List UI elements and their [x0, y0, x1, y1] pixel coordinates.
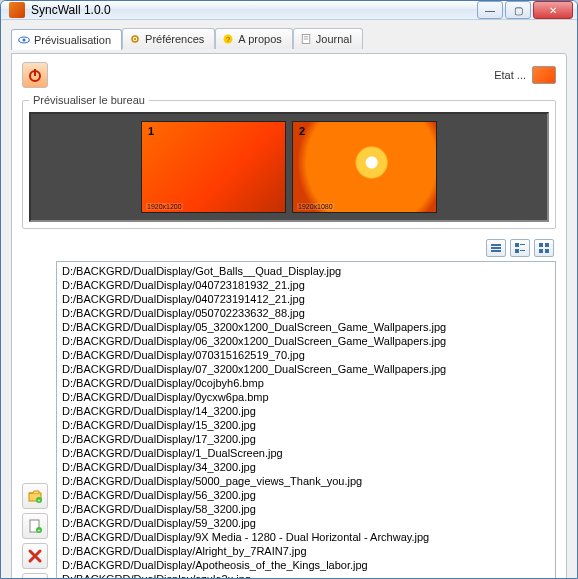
gear-icon	[129, 33, 141, 45]
view-mode-buttons	[22, 239, 554, 257]
preview-legend: Prévisualiser le bureau	[29, 94, 149, 106]
list-item[interactable]: D:/BACKGRD/DualDisplay/56_3200.jpg	[61, 488, 551, 502]
list-item[interactable]: D:/BACKGRD/DualDisplay/Apotheosis_of_the…	[61, 558, 551, 572]
tab-label: Prévisualisation	[34, 34, 111, 46]
tab-label: A propos	[238, 33, 281, 45]
tab-bar: Prévisualisation Préférences ? A propos …	[11, 28, 567, 49]
list-item[interactable]: D:/BACKGRD/DualDisplay/070315162519_70.j…	[61, 348, 551, 362]
tab-preferences[interactable]: Préférences	[122, 28, 215, 49]
tab-preview[interactable]: Prévisualisation	[11, 29, 122, 50]
tab-panel: Etat ... Prévisualiser le bureau 1 1920x…	[11, 53, 567, 579]
tab-journal[interactable]: Journal	[293, 28, 363, 49]
svg-rect-11	[491, 244, 501, 246]
list-item[interactable]: D:/BACKGRD/DualDisplay/9X Media - 1280 -…	[61, 530, 551, 544]
window-buttons: — ▢ ✕	[477, 1, 573, 19]
file-list-container: D:/BACKGRD/DualDisplay/Got_Balls__Quad_D…	[56, 261, 556, 579]
list-item[interactable]: D:/BACKGRD/DualDisplay/0ycxw6pa.bmp	[61, 390, 551, 404]
list-item[interactable]: D:/BACKGRD/DualDisplay/07_3200x1200_Dual…	[61, 362, 551, 376]
list-item[interactable]: D:/BACKGRD/DualDisplay/15_3200.jpg	[61, 418, 551, 432]
list-item[interactable]: D:/BACKGRD/DualDisplay/58_3200.jpg	[61, 502, 551, 516]
maximize-button[interactable]: ▢	[505, 1, 531, 19]
side-tools: + +	[22, 261, 50, 579]
screen-resolution: 1920x1080	[297, 203, 334, 210]
view-list-button[interactable]	[486, 239, 506, 257]
list-item[interactable]: D:/BACKGRD/DualDisplay/34_3200.jpg	[61, 460, 551, 474]
screen-number: 1	[148, 125, 154, 137]
add-file-button[interactable]: +	[22, 513, 48, 539]
app-icon	[9, 2, 25, 18]
power-icon	[27, 67, 43, 83]
screen-1[interactable]: 1 1920x1200	[141, 121, 286, 213]
list-item[interactable]: D:/BACKGRD/DualDisplay/1_DualScreen.jpg	[61, 446, 551, 460]
tab-about[interactable]: ? A propos	[215, 28, 292, 49]
client-area: Prévisualisation Préférences ? A propos …	[1, 20, 577, 579]
svg-rect-16	[515, 249, 519, 253]
main-row: + + D:/BACKGRD/DualDisplay/Got_Balls__Qu…	[22, 261, 556, 579]
desktop-preview[interactable]: 1 1920x1200 2 1920x1080	[29, 112, 549, 222]
list-item[interactable]: D:/BACKGRD/DualDisplay/06_3200x1200_Dual…	[61, 334, 551, 348]
minimize-button[interactable]: —	[477, 1, 503, 19]
svg-point-3	[134, 38, 136, 40]
svg-rect-20	[539, 249, 543, 253]
close-button[interactable]: ✕	[533, 1, 573, 19]
power-button[interactable]	[22, 62, 48, 88]
screen-2[interactable]: 2 1920x1080	[292, 121, 437, 213]
info-icon: ?	[222, 33, 234, 45]
svg-rect-12	[491, 247, 501, 249]
tab-label: Journal	[316, 33, 352, 45]
list-item[interactable]: D:/BACKGRD/DualDisplay/040723181932_21.j…	[61, 278, 551, 292]
svg-text:+: +	[38, 497, 41, 503]
list-item[interactable]: D:/BACKGRD/DualDisplay/050702233632_88.j…	[61, 306, 551, 320]
svg-rect-21	[545, 249, 549, 253]
tab-label: Préférences	[145, 33, 204, 45]
svg-text:+: +	[38, 527, 41, 533]
list-item[interactable]: D:/BACKGRD/DualDisplay/0cojbyh6.bmp	[61, 376, 551, 390]
list-item[interactable]: D:/BACKGRD/DualDisplay/05_3200x1200_Dual…	[61, 320, 551, 334]
state-thumb-icon	[532, 66, 556, 84]
svg-point-1	[23, 39, 26, 42]
remove-button[interactable]	[22, 543, 48, 569]
titlebar[interactable]: SyncWall 1.0.0 — ▢ ✕	[1, 1, 577, 20]
svg-rect-18	[539, 243, 543, 247]
list-item[interactable]: D:/BACKGRD/DualDisplay/17_3200.jpg	[61, 432, 551, 446]
list-item[interactable]: D:/BACKGRD/DualDisplay/Alright_by_7RAIN7…	[61, 544, 551, 558]
view-thumb-button[interactable]	[534, 239, 554, 257]
list-item[interactable]: D:/BACKGRD/DualDisplay/59_3200.jpg	[61, 516, 551, 530]
state-indicator: Etat ...	[494, 66, 556, 84]
svg-rect-17	[520, 250, 525, 251]
add-folder-button[interactable]: +	[22, 483, 48, 509]
list-item[interactable]: D:/BACKGRD/DualDisplay/azula2x.jpg	[61, 572, 551, 579]
list-item[interactable]: D:/BACKGRD/DualDisplay/5000_page_views_T…	[61, 474, 551, 488]
svg-rect-14	[515, 243, 519, 247]
app-window: SyncWall 1.0.0 — ▢ ✕ Prévisualisation Pr…	[0, 0, 578, 579]
svg-rect-15	[520, 244, 525, 245]
file-list[interactable]: D:/BACKGRD/DualDisplay/Got_Balls__Quad_D…	[57, 262, 555, 579]
view-detail-button[interactable]	[510, 239, 530, 257]
refresh-button[interactable]	[22, 573, 48, 579]
screen-number: 2	[299, 125, 305, 137]
svg-rect-19	[545, 243, 549, 247]
list-item[interactable]: D:/BACKGRD/DualDisplay/14_3200.jpg	[61, 404, 551, 418]
journal-icon	[300, 33, 312, 45]
top-row: Etat ...	[22, 62, 556, 88]
window-title: SyncWall 1.0.0	[31, 3, 477, 17]
list-item[interactable]: D:/BACKGRD/DualDisplay/040723191412_21.j…	[61, 292, 551, 306]
state-label: Etat ...	[494, 69, 526, 81]
eye-icon	[18, 34, 30, 46]
svg-text:?: ?	[226, 35, 230, 44]
preview-fieldset: Prévisualiser le bureau 1 1920x1200 2 19…	[22, 94, 556, 229]
list-item[interactable]: D:/BACKGRD/DualDisplay/Got_Balls__Quad_D…	[61, 264, 551, 278]
screen-resolution: 1920x1200	[146, 203, 183, 210]
svg-rect-13	[491, 250, 501, 252]
